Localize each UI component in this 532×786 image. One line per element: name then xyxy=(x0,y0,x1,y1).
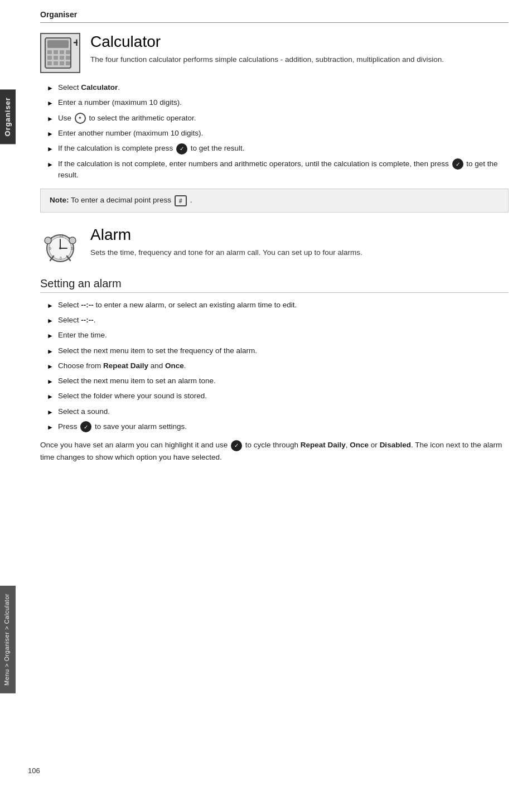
hash-icon: # xyxy=(175,195,187,206)
list-item: ► If the calculation is complete press ✓… xyxy=(47,143,509,154)
svg-point-22 xyxy=(69,237,76,244)
bullet-text: Press ✓ to save your alarm settings. xyxy=(58,421,187,432)
nav-icon xyxy=(75,113,86,124)
bullet-arrow: ► xyxy=(47,316,54,326)
calculator-section-header: + Calculator The four function calculato… xyxy=(40,33,509,73)
alarm-body-text: Once you have set an alarm you can highl… xyxy=(40,439,509,463)
svg-rect-10 xyxy=(47,61,52,65)
bullet-text: Enter another number (maximum 10 digits)… xyxy=(58,128,203,139)
bullet-text: Select the next menu item to set an alar… xyxy=(58,375,216,387)
svg-text:+: + xyxy=(73,36,78,50)
svg-rect-8 xyxy=(60,56,64,60)
bullet-arrow: ► xyxy=(47,160,54,170)
bullet-arrow: ► xyxy=(47,114,54,124)
bullet-arrow: ► xyxy=(47,301,54,311)
svg-text:9: 9 xyxy=(49,247,51,250)
bullet-arrow: ► xyxy=(47,331,54,341)
bullet-text: Enter a number (maximum 10 digits). xyxy=(58,97,182,108)
calculator-title: Calculator xyxy=(90,33,444,51)
svg-rect-5 xyxy=(66,50,70,54)
list-item: ► Select a sound. xyxy=(47,406,509,417)
alarm-bullet-list: ► Select --:-- to enter a new alarm, or … xyxy=(47,300,509,432)
bullet-arrow: ► xyxy=(47,377,54,387)
list-item: ► Select --:--. xyxy=(47,315,509,326)
list-item: ► Press ✓ to save your alarm settings. xyxy=(47,421,509,432)
bullet-arrow: ► xyxy=(47,422,54,432)
ok-icon: ✓ xyxy=(231,440,242,451)
list-item: ► Select the folder where your sound is … xyxy=(47,390,509,402)
calculator-bullet-list: ► Select Calculator. ► Enter a number (m… xyxy=(47,82,509,181)
bullet-text: Select Calculator. xyxy=(58,82,120,93)
bullet-arrow: ► xyxy=(47,83,54,93)
svg-point-25 xyxy=(59,247,61,249)
bullet-text: Choose from Repeat Daily and Once. xyxy=(58,360,186,372)
bullet-text: Select the folder where your sound is st… xyxy=(58,390,207,402)
svg-rect-1 xyxy=(47,40,69,48)
bullet-text: Select --:-- to enter a new alarm, or se… xyxy=(58,300,297,311)
ok-icon: ✓ xyxy=(176,143,187,155)
calculator-title-block: Calculator The four function calculator … xyxy=(90,33,444,65)
bullet-text: Use to select the arithmetic operator. xyxy=(58,113,196,124)
note-box: Note: To enter a decimal point press # . xyxy=(40,189,509,212)
list-item: ► Enter a number (maximum 10 digits). xyxy=(47,97,509,108)
ok-icon: ✓ xyxy=(452,158,463,170)
bullet-arrow: ► xyxy=(47,144,54,154)
list-item: ► Enter the time. xyxy=(47,330,509,341)
svg-rect-6 xyxy=(47,56,52,60)
ok-icon: ✓ xyxy=(80,421,91,432)
list-item: ► Select --:-- to enter a new alarm, or … xyxy=(47,300,509,311)
svg-rect-7 xyxy=(54,56,58,60)
list-item: ► Select Calculator. xyxy=(47,82,509,93)
setting-alarm-title: Setting an alarm xyxy=(40,277,509,293)
calculator-icon: + xyxy=(40,33,80,73)
svg-text:6: 6 xyxy=(60,256,62,260)
list-item: ► Choose from Repeat Daily and Once. xyxy=(47,360,509,372)
svg-rect-2 xyxy=(47,50,52,54)
bullet-text: Select the next menu item to set the fre… xyxy=(58,345,257,356)
bullet-text: Select a sound. xyxy=(58,406,110,417)
svg-rect-13 xyxy=(66,61,70,65)
bullet-arrow: ► xyxy=(47,98,54,108)
svg-rect-3 xyxy=(54,50,58,54)
organiser-side-tab: Organiser xyxy=(0,89,16,144)
alarm-title-block: Alarm Sets the time, frequency and tone … xyxy=(90,226,362,258)
svg-point-21 xyxy=(45,237,51,244)
bullet-arrow: ► xyxy=(47,392,54,402)
note-text: To enter a decimal point press xyxy=(71,196,173,204)
bullet-text: If the calculation is complete press ✓ t… xyxy=(58,143,245,154)
list-item: ► Select the next menu item to set an al… xyxy=(47,375,509,387)
page-number: 106 xyxy=(28,766,40,775)
page-header: Organiser xyxy=(40,10,509,23)
alarm-icon: 12 3 6 9 xyxy=(40,226,80,266)
bullet-text: If the calculation is not complete, ente… xyxy=(58,158,509,181)
list-item: ► Use to select the arithmetic operator. xyxy=(47,113,509,124)
svg-rect-12 xyxy=(60,61,64,65)
svg-rect-4 xyxy=(60,50,64,54)
list-item: ► Select the next menu item to set the f… xyxy=(47,345,509,356)
bullet-text: Enter the time. xyxy=(58,330,107,341)
list-item: ► Enter another number (maximum 10 digit… xyxy=(47,128,509,139)
bullet-arrow: ► xyxy=(47,346,54,356)
bullet-text: Select --:--. xyxy=(58,315,96,326)
svg-text:12: 12 xyxy=(59,234,64,238)
bullet-arrow: ► xyxy=(47,407,54,417)
alarm-description: Sets the time, frequency and tone for an… xyxy=(90,247,362,258)
svg-rect-9 xyxy=(66,56,70,60)
svg-rect-11 xyxy=(54,61,58,65)
list-item: ► If the calculation is not complete, en… xyxy=(47,158,509,181)
alarm-section-header: 12 3 6 9 Alarm Sets the time, frequency … xyxy=(40,226,509,266)
breadcrumb-side-tab: Menu > Organiser > Calculator xyxy=(0,586,16,693)
alarm-title: Alarm xyxy=(90,226,362,244)
svg-text:3: 3 xyxy=(71,247,73,250)
note-label: Note: xyxy=(50,196,69,204)
calculator-description: The four function calculator performs si… xyxy=(90,54,444,65)
bullet-arrow: ► xyxy=(47,361,54,372)
note-end: . xyxy=(190,196,192,204)
bullet-arrow: ► xyxy=(47,129,54,139)
